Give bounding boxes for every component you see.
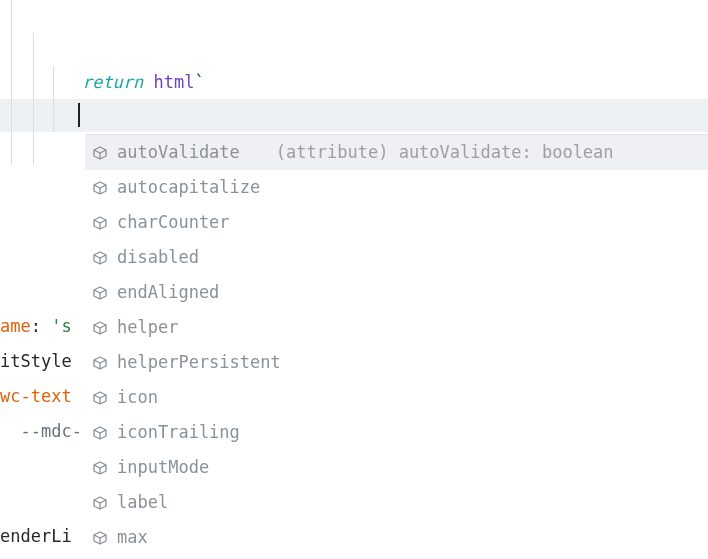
- bg-code-fragment: wc-text: [0, 380, 72, 413]
- autocomplete-popup[interactable]: autoValidate(attribute) autoValidate: bo…: [85, 134, 708, 555]
- field-icon: [91, 494, 109, 512]
- autocomplete-label: autoValidate: [117, 136, 240, 169]
- bg-code-fragment: --mdc-: [0, 415, 82, 448]
- field-icon: [91, 354, 109, 372]
- autocomplete-item[interactable]: inputMode: [85, 450, 708, 485]
- field-icon: [91, 389, 109, 407]
- field-icon: [91, 424, 109, 442]
- code-line-active[interactable]: [0, 99, 708, 132]
- autocomplete-label: max: [117, 521, 148, 554]
- field-icon: [91, 144, 109, 162]
- field-icon: [91, 284, 109, 302]
- autocomplete-label: label: [117, 486, 168, 519]
- autocomplete-item[interactable]: disabled: [85, 240, 708, 275]
- code-line[interactable]: <mwc-textfield: [0, 33, 708, 66]
- field-icon: [91, 214, 109, 232]
- bg-code-fragment: itStyle: [0, 345, 72, 378]
- field-icon: [91, 459, 109, 477]
- autocomplete-label: charCounter: [117, 206, 230, 239]
- field-icon: [91, 249, 109, 267]
- autocomplete-label: helperPersistent: [117, 346, 281, 379]
- field-icon: [91, 529, 109, 547]
- autocomplete-detail: (attribute) autoValidate: boolean: [276, 136, 614, 169]
- autocomplete-item[interactable]: endAligned: [85, 275, 708, 310]
- autocomplete-label: helper: [117, 311, 178, 344]
- bg-code-fragment: enderLi: [0, 520, 72, 553]
- autocomplete-item[interactable]: autoValidate(attribute) autoValidate: bo…: [85, 135, 708, 170]
- autocomplete-item[interactable]: iconTrailing: [85, 415, 708, 450]
- field-icon: [91, 319, 109, 337]
- field-icon: [91, 179, 109, 197]
- autocomplete-label: endAligned: [117, 276, 219, 309]
- text-cursor: [78, 103, 80, 127]
- autocomplete-label: icon: [117, 381, 158, 414]
- autocomplete-label: iconTrailing: [117, 416, 240, 449]
- code-line[interactable]: return html`: [0, 0, 708, 33]
- autocomplete-label: autocapitalize: [117, 171, 260, 204]
- autocomplete-label: inputMode: [117, 451, 209, 484]
- autocomplete-item[interactable]: label: [85, 485, 708, 520]
- bg-code-fragment: ame: 's: [0, 310, 72, 343]
- code-line[interactable]: ?outlined=${true}: [0, 66, 708, 99]
- autocomplete-item[interactable]: helper: [85, 310, 708, 345]
- autocomplete-label: disabled: [117, 241, 199, 274]
- autocomplete-item[interactable]: max: [85, 520, 708, 555]
- autocomplete-item[interactable]: icon: [85, 380, 708, 415]
- autocomplete-item[interactable]: helperPersistent: [85, 345, 708, 380]
- autocomplete-item[interactable]: charCounter: [85, 205, 708, 240]
- autocomplete-item[interactable]: autocapitalize: [85, 170, 708, 205]
